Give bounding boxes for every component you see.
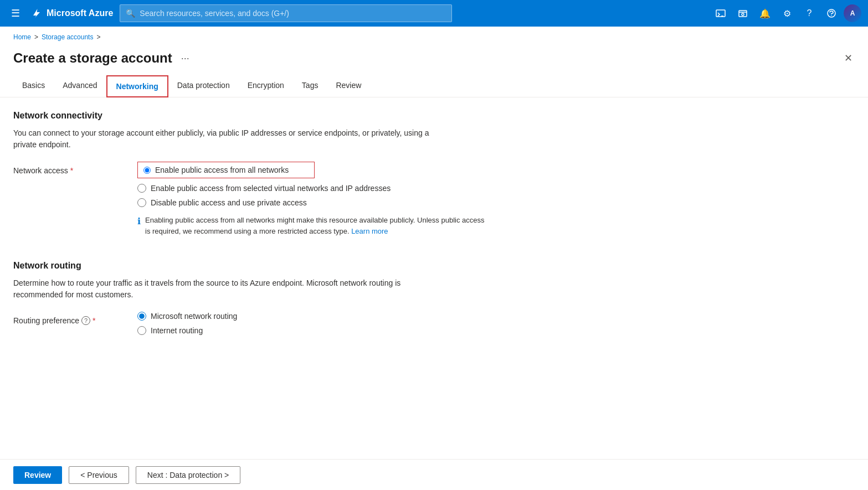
content-area: Network connectivity You can connect to … bbox=[0, 97, 499, 363]
info-icon: ℹ bbox=[137, 216, 141, 226]
app-logo: Microsoft Azure bbox=[31, 8, 113, 19]
network-routing-title: Network routing bbox=[13, 261, 485, 271]
previous-button[interactable]: < Previous bbox=[69, 466, 129, 484]
bottom-toolbar: Review < Previous Next : Data protection… bbox=[0, 459, 868, 490]
network-connectivity-desc: You can connect to your storage account … bbox=[13, 127, 445, 151]
network-access-option-2-container: Enable public access from selected virtu… bbox=[137, 184, 485, 193]
settings-icon[interactable]: ⚙ bbox=[777, 3, 797, 23]
routing-option-2-container: Internet routing bbox=[137, 326, 485, 335]
section-divider bbox=[13, 247, 485, 261]
help-icon[interactable]: ? bbox=[799, 3, 819, 23]
learn-more-link[interactable]: Learn more bbox=[351, 227, 388, 235]
search-bar[interactable]: 🔍 bbox=[120, 4, 452, 22]
search-input[interactable] bbox=[140, 9, 446, 18]
notifications-icon[interactable]: 🔔 bbox=[755, 3, 775, 23]
svg-point-4 bbox=[831, 15, 832, 16]
routing-preference-field: Routing preference ? * Microsoft network… bbox=[13, 312, 485, 341]
tab-advanced[interactable]: Advanced bbox=[54, 75, 106, 97]
tab-basics[interactable]: Basics bbox=[13, 75, 54, 97]
routing-radio-2[interactable] bbox=[137, 326, 146, 335]
routing-help-icon[interactable]: ? bbox=[81, 316, 90, 325]
routing-controls: Microsoft network routing Internet routi… bbox=[137, 312, 485, 341]
app-logo-text: Microsoft Azure bbox=[47, 8, 113, 18]
page-menu-button[interactable]: ··· bbox=[179, 50, 192, 66]
routing-preference-label: Routing preference ? * bbox=[13, 312, 124, 325]
network-access-radio-3[interactable] bbox=[137, 198, 146, 207]
routing-radio-1[interactable] bbox=[137, 312, 146, 321]
network-access-label-2[interactable]: Enable public access from selected virtu… bbox=[151, 184, 391, 193]
network-routing-desc: Determine how to route your traffic as i… bbox=[13, 277, 445, 301]
network-connectivity-title: Network connectivity bbox=[13, 111, 485, 121]
tab-tags[interactable]: Tags bbox=[293, 75, 327, 97]
network-access-option-1-container: Enable public access from all networks bbox=[137, 162, 315, 178]
close-button[interactable]: ✕ bbox=[842, 50, 855, 66]
tab-networking[interactable]: Networking bbox=[106, 75, 168, 97]
network-access-radio-1[interactable] bbox=[143, 167, 151, 174]
top-navigation: ☰ Microsoft Azure 🔍 🔔 ⚙ ? A bbox=[0, 0, 868, 27]
network-access-field: Network access * Enable public access fr… bbox=[13, 162, 485, 239]
search-icon: 🔍 bbox=[126, 9, 135, 18]
network-access-controls: Enable public access from all networks E… bbox=[137, 162, 485, 239]
network-access-info-box: ℹ Enabling public access from all networ… bbox=[137, 213, 485, 239]
routing-option-1-container: Microsoft network routing bbox=[137, 312, 485, 321]
svg-point-2 bbox=[742, 13, 744, 16]
main-container: Home > Storage accounts > Create a stora… bbox=[0, 27, 868, 490]
breadcrumb-home[interactable]: Home bbox=[13, 33, 31, 41]
tabs: Basics Advanced Networking Data protecti… bbox=[0, 75, 868, 97]
tab-data-protection[interactable]: Data protection bbox=[168, 75, 239, 97]
routing-label-2[interactable]: Internet routing bbox=[151, 326, 203, 335]
breadcrumb-storage[interactable]: Storage accounts bbox=[42, 33, 93, 41]
hamburger-menu[interactable]: ☰ bbox=[7, 3, 24, 24]
network-access-label-3[interactable]: Disable public access and use private ac… bbox=[151, 198, 307, 207]
cloud-shell-icon[interactable] bbox=[711, 3, 731, 23]
network-access-option-3-container: Disable public access and use private ac… bbox=[137, 198, 485, 207]
next-button[interactable]: Next : Data protection > bbox=[136, 466, 240, 484]
page-title: Create a storage account bbox=[13, 50, 172, 66]
page-header: Create a storage account ··· ✕ bbox=[0, 45, 868, 75]
nav-icon-group: 🔔 ⚙ ? A bbox=[711, 3, 861, 23]
feedback-icon[interactable] bbox=[821, 3, 841, 23]
azure-logo-icon bbox=[31, 8, 42, 19]
network-access-radio-2[interactable] bbox=[137, 184, 146, 193]
info-text: Enabling public access from all networks… bbox=[145, 215, 485, 236]
tab-review[interactable]: Review bbox=[327, 75, 370, 97]
routing-label-1[interactable]: Microsoft network routing bbox=[151, 312, 237, 321]
svg-rect-0 bbox=[716, 10, 725, 17]
breadcrumb: Home > Storage accounts > bbox=[0, 27, 868, 45]
routing-required-marker: * bbox=[93, 316, 95, 325]
network-access-label: Network access * bbox=[13, 162, 124, 175]
breadcrumb-sep-1: > bbox=[34, 33, 38, 41]
network-access-label-1[interactable]: Enable public access from all networks bbox=[155, 166, 289, 174]
breadcrumb-sep-2: > bbox=[96, 33, 100, 41]
directory-icon[interactable] bbox=[733, 3, 753, 23]
avatar[interactable]: A bbox=[844, 4, 861, 22]
required-marker: * bbox=[70, 166, 73, 175]
tab-encryption[interactable]: Encryption bbox=[239, 75, 293, 97]
review-button[interactable]: Review bbox=[13, 466, 62, 484]
scroll-area[interactable]: Home > Storage accounts > Create a stora… bbox=[0, 27, 868, 459]
